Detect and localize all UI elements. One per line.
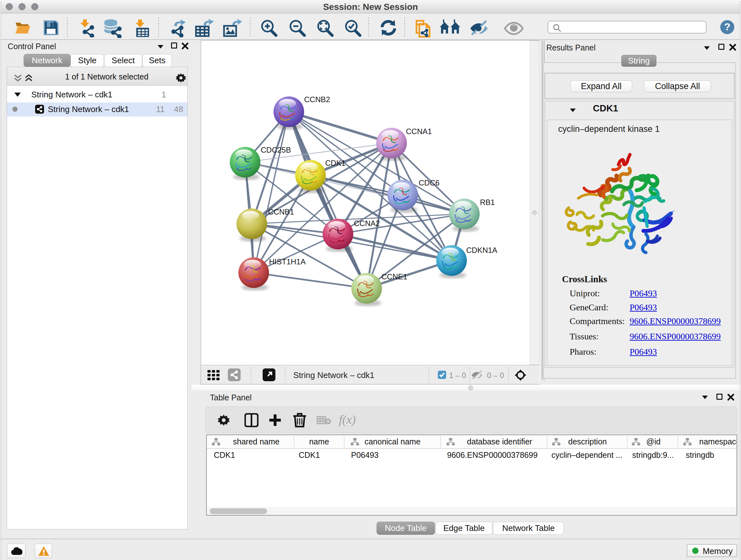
svg-text:CDKN1A: CDKN1A	[466, 246, 497, 254]
svg-text:?: ?	[724, 21, 731, 33]
svg-text:CCNA2: CCNA2	[354, 219, 380, 228]
svg-text:CDC25B: CDC25B	[261, 145, 291, 154]
svg-text:CDK1: CDK1	[325, 159, 346, 167]
svg-text:CCNB2: CCNB2	[304, 95, 330, 104]
svg-text:HIST1H1A: HIST1H1A	[269, 257, 306, 266]
svg-text:RB1: RB1	[480, 198, 495, 206]
svg-text:CCNE1: CCNE1	[381, 272, 407, 281]
svg-text:CCNB1: CCNB1	[268, 207, 294, 216]
svg-text:CDC6: CDC6	[419, 179, 440, 187]
svg-text:CCNA1: CCNA1	[406, 127, 432, 136]
